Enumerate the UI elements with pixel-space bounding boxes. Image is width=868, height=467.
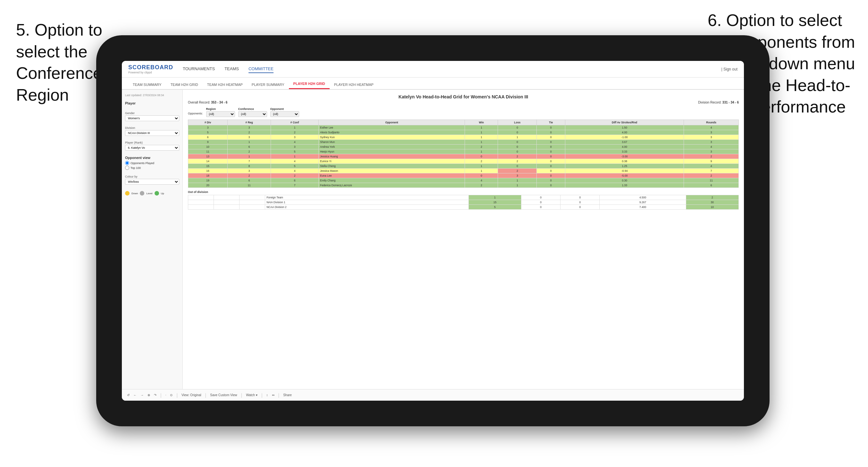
cell-opponent: Esther Lee xyxy=(318,125,465,130)
cell-conf: 5 xyxy=(271,149,319,154)
division-record-value: 331 - 34 - 6 xyxy=(722,101,739,104)
sign-out[interactable]: | Sign out xyxy=(721,67,738,71)
sub-nav-player-summary[interactable]: PLAYER SUMMARY xyxy=(247,80,289,89)
out-cell-label: Foreign Team xyxy=(265,195,469,200)
conference-filter-select[interactable]: (All) xyxy=(238,111,267,117)
nav-items: TOURNAMENTS TEAMS COMMITTEE xyxy=(183,65,721,73)
opponent-filter-select[interactable]: (All) xyxy=(270,111,299,117)
cell-diff: 4.00 xyxy=(565,145,684,149)
out-cell-div xyxy=(188,200,214,205)
gender-select[interactable]: Women's xyxy=(125,115,179,121)
cell-reg: 3 xyxy=(228,168,271,174)
cell-loss: 1 xyxy=(498,135,537,140)
table-row: 3 3 1 Esther Lee 1 0 0 1.50 4 xyxy=(188,125,739,130)
sidebar-player-rank: Player (Rank) 6. Katelyn Vo xyxy=(125,141,179,151)
cell-reg: 2 xyxy=(228,130,271,135)
bottom-toolbar: ↺ ← → ⊕ ↷ | · ⊙ | View: Original | Save … xyxy=(122,389,744,401)
toolbar-undo[interactable]: ↺ xyxy=(127,393,129,397)
out-cell-tie: 0 xyxy=(560,195,600,200)
legend-down-label: Down xyxy=(131,192,138,195)
toolbar-view-original[interactable]: View: Original xyxy=(182,393,202,397)
cell-rounds: 2 xyxy=(684,154,739,159)
cell-opponent: Andrea York xyxy=(318,145,465,149)
toolbar-target[interactable]: ⊙ xyxy=(170,393,173,397)
opponent-filter-label: Opponent xyxy=(270,107,299,111)
top100-radio[interactable]: Top 100 xyxy=(125,166,179,170)
division-label: Division xyxy=(125,126,179,129)
cell-rounds: 9 xyxy=(684,159,739,164)
col-conf: # Conf xyxy=(271,120,319,125)
division-record: Division Record: 331 - 34 - 6 xyxy=(698,101,739,104)
cell-reg: 3 xyxy=(228,135,271,140)
cell-tie: 0 xyxy=(537,140,565,145)
cell-loss: 3 xyxy=(498,174,537,178)
region-filter-select[interactable]: (All) xyxy=(206,111,235,117)
nav-committee[interactable]: COMMITTEE xyxy=(248,65,274,73)
cell-rounds: 4 xyxy=(684,145,739,149)
toolbar-resize-v[interactable]: ↕ xyxy=(267,393,268,397)
opponents-played-radio[interactable]: Opponents Played xyxy=(125,161,179,165)
sub-nav-team-h2h-heatmap[interactable]: TEAM H2H HEATMAP xyxy=(203,80,247,89)
cell-reg: 2 xyxy=(228,149,271,154)
toolbar-dot[interactable]: · xyxy=(165,393,166,397)
opponent-view-radio: Opponents Played Top 100 xyxy=(125,161,179,170)
cell-diff: -3.00 xyxy=(565,154,684,159)
player-section-title: Player xyxy=(125,101,179,105)
cell-tie: 0 xyxy=(537,130,565,135)
division-select[interactable]: NCAA Division III xyxy=(125,130,179,136)
cell-diff: 1.33 xyxy=(565,183,684,188)
cell-loss: 0 xyxy=(498,125,537,130)
cell-tie: 0 xyxy=(537,178,565,183)
colour-by-select[interactable]: Win/loss xyxy=(125,179,179,185)
cell-loss: 1 xyxy=(498,183,537,188)
toolbar-sep3: | xyxy=(205,393,207,398)
cell-opponent: Jessica Mason xyxy=(318,168,465,174)
cell-win: 2 xyxy=(465,183,498,188)
toolbar-add[interactable]: ⊕ xyxy=(148,393,150,397)
cell-opponent: Federica Domecq Lacroze xyxy=(318,183,465,188)
logo-sub: Powered by clippd xyxy=(128,71,173,74)
out-cell-loss: 0 xyxy=(521,195,560,200)
cell-rounds: 11 xyxy=(684,178,739,183)
cell-rounds: 3 xyxy=(684,130,739,135)
table-row: 16 3 4 Jessica Mason 1 2 0 -0.94 7 xyxy=(188,168,739,174)
player-rank-select[interactable]: 6. Katelyn Vo xyxy=(125,145,179,151)
cell-div: 6 xyxy=(188,135,228,140)
toolbar-share[interactable]: Share xyxy=(283,393,292,397)
cell-win: 2 xyxy=(465,159,498,164)
toolbar-redo[interactable]: ↷ xyxy=(154,393,156,397)
out-cell-tie: 0 xyxy=(560,205,600,210)
cell-loss: 0 xyxy=(498,145,537,149)
overall-record-label: Overall Record: xyxy=(188,101,210,104)
sub-nav: TEAM SUMMARY TEAM H2H GRID TEAM H2H HEAT… xyxy=(122,77,744,90)
cell-div: 14 xyxy=(188,159,228,164)
table-row: 6 3 3 Sydney Kuo 1 1 0 -1.00 3 xyxy=(188,135,739,140)
out-cell-label: NCAA Division 2 xyxy=(265,205,469,210)
out-cell-win: 5 xyxy=(468,205,521,210)
toolbar-resize-h[interactable]: ⇔ xyxy=(272,393,275,397)
toolbar-back[interactable]: ← xyxy=(133,393,136,397)
sub-nav-team-h2h-grid[interactable]: TEAM H2H GRID xyxy=(166,80,203,89)
toolbar-forward[interactable]: → xyxy=(141,393,144,397)
cell-conf: 4 xyxy=(271,168,319,174)
cell-win: 4 xyxy=(465,178,498,183)
cell-rounds: 4 xyxy=(684,164,739,168)
cell-loss: 0 xyxy=(498,130,537,135)
toolbar-watch[interactable]: Watch ▾ xyxy=(246,393,257,397)
cell-conf: 1 xyxy=(271,154,319,159)
table-row: 20 11 7 Federica Domecq Lacroze 2 1 0 1.… xyxy=(188,183,739,188)
toolbar-save-custom[interactable]: Save Custom View xyxy=(210,393,237,397)
cell-reg: 8 xyxy=(228,164,271,168)
cell-opponent: Sharon Mun xyxy=(318,140,465,145)
cell-diff: 3.33 xyxy=(565,149,684,154)
nav-tournaments[interactable]: TOURNAMENTS xyxy=(183,65,215,73)
sub-nav-team-summary[interactable]: TEAM SUMMARY xyxy=(128,80,166,89)
sidebar-colour-by: Colour by Win/loss xyxy=(125,175,179,185)
sub-nav-player-h2h-heatmap[interactable]: PLAYER H2H HEATMAP xyxy=(330,80,378,89)
out-cell-rounds: 2 xyxy=(686,195,739,200)
sub-nav-player-h2h-grid[interactable]: PLAYER H2H GRID xyxy=(289,79,330,89)
nav-teams[interactable]: TEAMS xyxy=(224,65,239,73)
cell-conf: 3 xyxy=(271,135,319,140)
cell-tie: 0 xyxy=(537,183,565,188)
cell-diff: 1.25 xyxy=(565,164,684,168)
